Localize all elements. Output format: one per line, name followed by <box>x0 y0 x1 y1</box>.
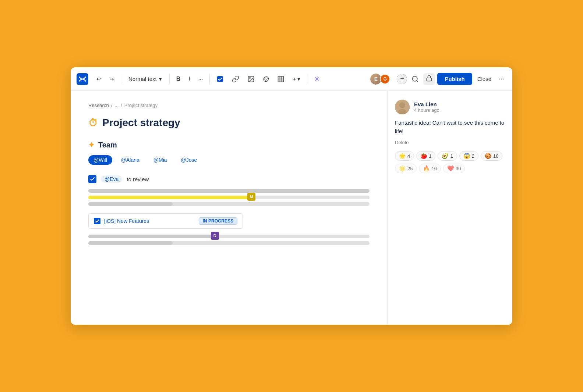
confluence-logo <box>77 73 88 85</box>
toolbar-divider-1 <box>121 74 121 84</box>
main-window: ↩ ↪ Normal text ▾ B I ··· @ + ▾ <box>71 67 512 325</box>
jira-task-ios[interactable]: [iOS] New Features IN PROGRESS <box>88 213 243 229</box>
reaction-emoji-sparkle: 🌟 <box>399 153 406 159</box>
ai-sparkle-icon: ✳ <box>314 75 320 83</box>
undo-button[interactable]: ↩ <box>93 74 104 85</box>
editor[interactable]: Research / ... / Project strategy ⏱ Proj… <box>71 91 387 325</box>
sparkle-icon: ✦ <box>88 140 95 149</box>
mention-mia[interactable]: @Mia <box>148 155 172 165</box>
image-button[interactable] <box>244 73 258 85</box>
comment-panel: Eva Lien 4 hours ago Fantastic idea! Can… <box>387 91 512 325</box>
collaborator-avatar-g[interactable]: G <box>380 74 390 84</box>
comment-text: Fantastic idea! Can't wait to see this c… <box>395 119 505 135</box>
more-options-button[interactable]: ··· <box>497 73 506 85</box>
reaction-sparkle[interactable]: 🌟 4 <box>395 151 414 161</box>
reaction-emoji-tomato: 🍅 <box>420 153 427 159</box>
comment-author-name: Eva Lien <box>414 101 439 107</box>
reaction-emoji-avocado: 🥑 <box>442 153 449 159</box>
insert-chevron-icon: ▾ <box>297 76 300 82</box>
reaction-emoji-fire: 🔥 <box>423 165 430 172</box>
bold-button[interactable]: B <box>173 74 184 85</box>
reaction-shocked[interactable]: 😱 2 <box>459 151 478 161</box>
mention-alana[interactable]: @Alana <box>116 155 145 165</box>
add-collaborator-button[interactable]: + <box>397 74 407 84</box>
toolbar-divider-3 <box>209 74 210 84</box>
progress-bar-1 <box>88 189 370 193</box>
progress-bar-2: M <box>88 196 370 199</box>
comment-time: 4 hours ago <box>414 107 439 113</box>
reaction-cookie[interactable]: 🍪 10 <box>481 151 502 161</box>
progress-bar-5 <box>88 241 370 245</box>
breadcrumb-sep-1: / <box>111 103 113 108</box>
reaction-fire[interactable]: 🔥 10 <box>419 164 441 173</box>
reaction-emoji-heart: ❤️ <box>447 165 454 172</box>
task-mention-eva[interactable]: @Eva <box>101 175 122 183</box>
search-button[interactable] <box>409 73 421 85</box>
progress-fill-1 <box>88 189 370 193</box>
progress-fill-4 <box>88 235 215 238</box>
reaction-star-2[interactable]: 🌟 25 <box>395 164 417 173</box>
page-title-text[interactable]: Project strategy <box>102 117 180 129</box>
checklist-button[interactable] <box>213 73 227 85</box>
reaction-count-tomato: 1 <box>429 153 431 159</box>
progress-fill-2 <box>88 196 251 199</box>
mention-will[interactable]: @Will <box>88 155 112 165</box>
breadcrumb-research[interactable]: Research <box>88 103 109 108</box>
progress-fill-3 <box>88 202 173 206</box>
svg-rect-4 <box>278 76 284 82</box>
reaction-count-fire: 10 <box>431 166 437 171</box>
close-button[interactable]: Close <box>474 74 494 84</box>
reaction-count-star2: 25 <box>407 166 413 171</box>
reaction-tomato[interactable]: 🍅 1 <box>416 151 435 161</box>
jira-task-name[interactable]: [iOS] New Features <box>104 218 149 224</box>
reactions-row-2: 🌟 25 🔥 10 ❤️ 30 <box>395 164 505 173</box>
reaction-count-cookie: 10 <box>493 153 498 159</box>
breadcrumb-ellipsis: ... <box>114 103 119 108</box>
reaction-heart[interactable]: ❤️ 30 <box>443 164 465 173</box>
breadcrumb: Research / ... / Project strategy <box>88 103 370 108</box>
svg-line-10 <box>417 80 418 82</box>
toolbar-divider-2 <box>169 74 170 84</box>
mention-button[interactable]: @ <box>260 73 272 85</box>
page-title: ⏱ Project strategy <box>88 117 370 129</box>
reaction-emoji-cookie: 🍪 <box>485 153 492 159</box>
progress-marker-d[interactable]: D <box>211 232 219 240</box>
comment-author-row: Eva Lien 4 hours ago <box>395 100 505 114</box>
reaction-count-avocado: 1 <box>450 153 453 159</box>
team-heading-text: Team <box>98 141 117 149</box>
progress-marker-m[interactable]: M <box>247 193 255 201</box>
progress-fill-5 <box>88 241 173 245</box>
progress-bar-3 <box>88 202 370 206</box>
comment-delete-button[interactable]: Delete <box>395 140 505 145</box>
collaborators-group: E G <box>370 73 390 85</box>
italic-button[interactable]: I <box>186 74 193 85</box>
jira-checkbox[interactable] <box>94 218 100 224</box>
reaction-emoji-star2: 🌟 <box>399 165 406 172</box>
content-area: Research / ... / Project strategy ⏱ Proj… <box>71 91 512 325</box>
lock-button[interactable] <box>423 73 435 85</box>
jira-in-progress-badge: IN PROGRESS <box>199 217 237 225</box>
reactions-row-1: 🌟 4 🍅 1 🥑 1 😱 2 🍪 10 <box>395 151 505 161</box>
toolbar: ↩ ↪ Normal text ▾ B I ··· @ + ▾ <box>71 67 512 91</box>
chevron-down-icon: ▾ <box>159 76 162 82</box>
team-mentions: @Will @Alana @Mia @Jose <box>88 155 370 165</box>
more-formatting-button[interactable]: ··· <box>195 74 206 84</box>
redo-button[interactable]: ↪ <box>106 74 117 85</box>
mention-jose[interactable]: @Jose <box>176 155 202 165</box>
publish-button[interactable]: Publish <box>437 73 472 85</box>
comment-avatar-image <box>395 100 410 114</box>
insert-button[interactable]: + ▾ <box>290 74 303 85</box>
ai-button[interactable]: ✳ <box>311 72 323 86</box>
link-button[interactable] <box>229 73 242 85</box>
title-clock-icon: ⏱ <box>88 117 98 129</box>
svg-point-3 <box>250 77 251 78</box>
reaction-count-sparkle: 4 <box>407 153 410 159</box>
breadcrumb-current: Project strategy <box>124 103 158 108</box>
progress-section-1: M <box>88 189 370 206</box>
task-checkbox-eva[interactable] <box>88 175 96 183</box>
table-button[interactable] <box>274 73 287 85</box>
text-style-button[interactable]: Normal text ▾ <box>125 74 166 85</box>
text-style-label: Normal text <box>128 76 157 82</box>
svg-rect-11 <box>427 78 432 81</box>
reaction-avocado[interactable]: 🥑 1 <box>438 151 457 161</box>
